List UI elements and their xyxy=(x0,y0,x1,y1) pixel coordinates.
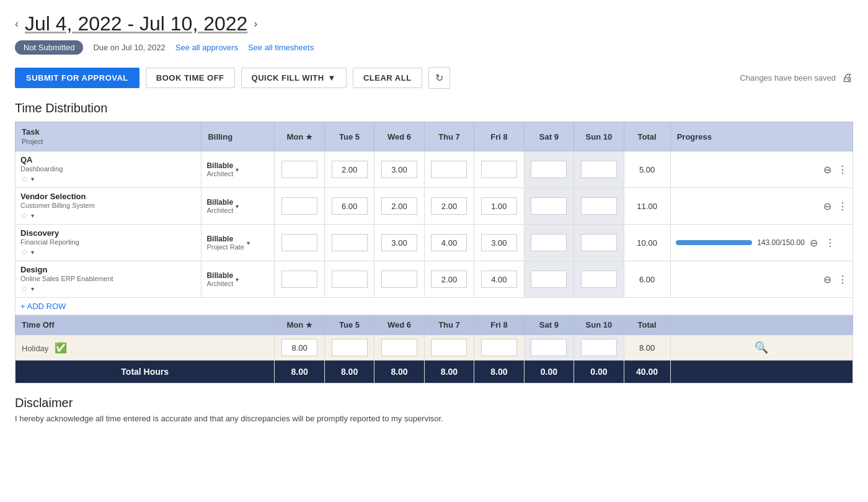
sat-input-row-3[interactable] xyxy=(531,271,567,288)
task-dropdown-icon[interactable]: ▾ xyxy=(31,285,34,292)
fri-cell-row-3[interactable] xyxy=(474,261,524,298)
holiday-wed-cell[interactable] xyxy=(374,335,424,361)
holiday-wed-input[interactable] xyxy=(381,339,417,356)
holiday-search-icon[interactable]: 🔍 xyxy=(755,341,768,354)
tue-input-row-2[interactable] xyxy=(332,234,368,251)
holiday-mon-input[interactable] xyxy=(281,339,317,356)
sun-input-row-3[interactable] xyxy=(581,271,617,288)
mon-input-row-1[interactable] xyxy=(281,197,317,215)
sat-cell-row-3[interactable] xyxy=(524,261,574,298)
mon-cell-row-1[interactable] xyxy=(275,188,324,225)
more-options-icon[interactable]: ⋮ xyxy=(838,200,848,212)
sun-cell-row-0[interactable] xyxy=(574,151,624,188)
thu-cell-row-1[interactable] xyxy=(424,188,474,225)
wed-cell-row-2[interactable] xyxy=(374,225,424,261)
wed-input-row-2[interactable] xyxy=(381,234,417,251)
billing-dropdown-icon[interactable]: ▾ xyxy=(236,203,239,210)
thu-input-row-0[interactable] xyxy=(431,161,467,178)
sat-cell-row-1[interactable] xyxy=(524,188,574,225)
remove-icon[interactable]: ⊖ xyxy=(823,164,831,176)
wed-input-row-1[interactable] xyxy=(381,197,417,215)
holiday-tue-input[interactable] xyxy=(332,339,368,356)
fri-input-row-1[interactable] xyxy=(481,197,517,215)
next-week-button[interactable]: › xyxy=(254,17,257,30)
mon-cell-row-0[interactable] xyxy=(275,151,324,188)
sun-input-row-1[interactable] xyxy=(581,197,617,215)
holiday-search-cell[interactable]: 🔍 xyxy=(670,335,852,361)
sun-cell-row-1[interactable] xyxy=(574,188,624,225)
tue-cell-row-2[interactable] xyxy=(324,225,374,261)
sun-input-row-2[interactable] xyxy=(581,234,617,251)
book-time-off-button[interactable]: BOOK TIME OFF xyxy=(146,68,235,88)
print-icon[interactable]: 🖨 xyxy=(842,71,853,84)
thu-input-row-2[interactable] xyxy=(431,234,467,251)
sat-cell-row-0[interactable] xyxy=(524,151,574,188)
sun-input-row-0[interactable] xyxy=(581,161,617,178)
holiday-sun-cell[interactable] xyxy=(574,335,624,361)
thu-cell-row-0[interactable] xyxy=(424,151,474,188)
favorite-icon[interactable]: ☆ xyxy=(20,247,29,257)
holiday-thu-input[interactable] xyxy=(431,339,467,356)
fri-input-row-0[interactable] xyxy=(481,161,517,178)
prev-week-button[interactable]: ‹ xyxy=(15,17,19,30)
thu-input-row-1[interactable] xyxy=(431,197,467,215)
task-dropdown-icon[interactable]: ▾ xyxy=(31,176,34,182)
tue-input-row-1[interactable] xyxy=(332,197,368,215)
wed-input-row-3[interactable] xyxy=(381,271,417,288)
sat-input-row-2[interactable] xyxy=(531,234,567,251)
refresh-button[interactable]: ↻ xyxy=(428,67,450,89)
more-options-icon[interactable]: ⋮ xyxy=(838,164,848,176)
holiday-mon-cell[interactable] xyxy=(275,335,324,361)
tue-input-row-3[interactable] xyxy=(332,271,368,288)
holiday-sat-cell[interactable] xyxy=(524,335,574,361)
add-row-button[interactable]: + ADD ROW xyxy=(16,298,853,315)
quick-fill-button[interactable]: QUICK FILL WITH ▼ xyxy=(241,68,347,88)
sun-cell-row-3[interactable] xyxy=(574,261,624,298)
billing-dropdown-icon[interactable]: ▾ xyxy=(247,240,250,246)
wed-cell-row-3[interactable] xyxy=(374,261,424,298)
mon-input-row-3[interactable] xyxy=(281,271,317,288)
sat-input-row-1[interactable] xyxy=(531,197,567,215)
thu-cell-row-2[interactable] xyxy=(424,225,474,261)
submit-approval-button[interactable]: SUBMIT FOR APPROVAL xyxy=(15,68,140,88)
thu-cell-row-3[interactable] xyxy=(424,261,474,298)
holiday-thu-cell[interactable] xyxy=(424,335,474,361)
more-options-icon[interactable]: ⋮ xyxy=(825,237,835,249)
thu-input-row-3[interactable] xyxy=(431,271,467,288)
sun-cell-row-2[interactable] xyxy=(574,225,624,261)
fri-cell-row-1[interactable] xyxy=(474,188,524,225)
tue-cell-row-1[interactable] xyxy=(324,188,374,225)
mon-input-row-2[interactable] xyxy=(281,234,317,251)
wed-input-row-0[interactable] xyxy=(381,161,417,178)
remove-icon[interactable]: ⊖ xyxy=(810,237,818,249)
clear-all-button[interactable]: CLEAR ALL xyxy=(353,68,422,88)
remove-icon[interactable]: ⊖ xyxy=(823,200,831,212)
see-timesheets-link[interactable]: See all timesheets xyxy=(248,43,314,52)
holiday-sun-input[interactable] xyxy=(581,339,617,356)
billing-dropdown-icon[interactable]: ▾ xyxy=(236,276,239,283)
task-dropdown-icon[interactable]: ▾ xyxy=(31,249,34,256)
sat-input-row-0[interactable] xyxy=(531,161,567,178)
holiday-sat-input[interactable] xyxy=(531,339,567,356)
fri-input-row-2[interactable] xyxy=(481,234,517,251)
holiday-fri-input[interactable] xyxy=(481,339,517,356)
favorite-icon[interactable]: ☆ xyxy=(20,210,29,220)
billing-dropdown-icon[interactable]: ▾ xyxy=(236,166,239,173)
fri-input-row-3[interactable] xyxy=(481,271,517,288)
sat-cell-row-2[interactable] xyxy=(524,225,574,261)
tue-input-row-0[interactable] xyxy=(332,161,368,178)
mon-cell-row-3[interactable] xyxy=(275,261,324,298)
holiday-tue-cell[interactable] xyxy=(324,335,374,361)
fri-cell-row-2[interactable] xyxy=(474,225,524,261)
mon-input-row-0[interactable] xyxy=(281,161,317,178)
holiday-fri-cell[interactable] xyxy=(474,335,524,361)
more-options-icon[interactable]: ⋮ xyxy=(838,274,848,285)
fri-cell-row-0[interactable] xyxy=(474,151,524,188)
favorite-icon[interactable]: ☆ xyxy=(20,284,29,294)
tue-cell-row-3[interactable] xyxy=(324,261,374,298)
tue-cell-row-0[interactable] xyxy=(324,151,374,188)
favorite-icon[interactable]: ☆ xyxy=(20,174,29,184)
see-approvers-link[interactable]: See all approvers xyxy=(175,43,238,52)
remove-icon[interactable]: ⊖ xyxy=(823,274,831,285)
task-dropdown-icon[interactable]: ▾ xyxy=(31,212,34,219)
